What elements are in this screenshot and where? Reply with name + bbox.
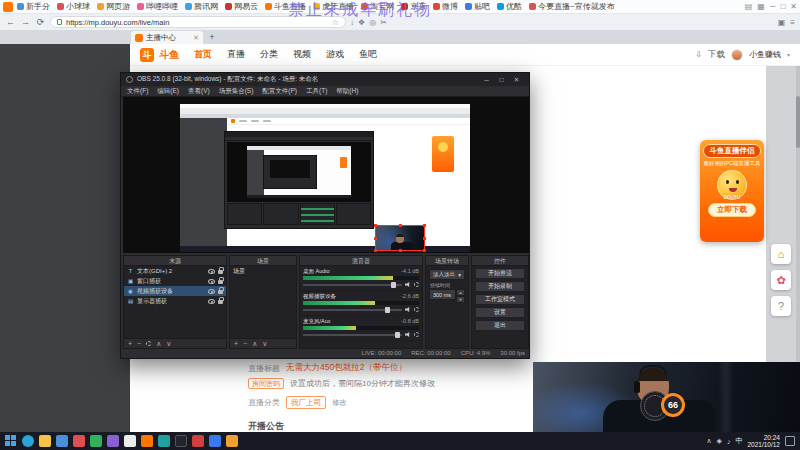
taskbar-app-icon[interactable] xyxy=(73,435,85,447)
obs-menu-edit[interactable]: 编辑(E) xyxy=(157,87,179,96)
user-menu-caret-icon[interactable] xyxy=(787,51,790,58)
username[interactable]: 小鱼赚钱 xyxy=(749,49,781,60)
channel-settings-icon[interactable] xyxy=(414,332,419,337)
new-tab-icon[interactable] xyxy=(205,31,219,44)
move-up-icon[interactable] xyxy=(156,340,161,348)
volume-slider[interactable] xyxy=(303,306,419,313)
nav-game[interactable]: 游戏 xyxy=(326,48,344,61)
taskbar-app-icon[interactable] xyxy=(124,435,136,447)
bookmark-item[interactable]: 哔哩哔哩 xyxy=(134,1,181,12)
speaker-icon[interactable] xyxy=(405,332,411,337)
live-title-value[interactable]: 无需大力450包就拉2（带午位） xyxy=(286,362,407,374)
remove-source-icon[interactable] xyxy=(137,340,141,347)
start-recording-button[interactable]: 开始录制 xyxy=(475,281,525,292)
slider-track[interactable] xyxy=(303,309,402,311)
close-window-icon[interactable] xyxy=(790,2,797,11)
extensions-icon[interactable] xyxy=(745,2,753,11)
selection-handle[interactable] xyxy=(374,224,377,227)
nav-home[interactable]: 首页 xyxy=(194,48,212,61)
taskbar-folder-icon[interactable] xyxy=(39,435,51,447)
bookmark-item[interactable]: 优酷 xyxy=(494,1,525,12)
selected-webcam-source[interactable] xyxy=(375,225,425,251)
lock-icon[interactable] xyxy=(218,270,223,274)
taskbar-app-icon[interactable] xyxy=(209,435,221,447)
channel-settings-icon[interactable] xyxy=(414,282,419,287)
move-down-icon[interactable] xyxy=(166,340,171,348)
douyu-companion-ad[interactable]: 斗鱼直播伴侣 最好用的PC端直播工具 DOUYU 立即下载 xyxy=(700,140,764,242)
visibility-icon[interactable] xyxy=(208,289,215,294)
volume-icon[interactable] xyxy=(727,438,731,445)
controls-dock-title[interactable]: 控件 xyxy=(472,256,528,266)
ad-download-button[interactable]: 立即下载 xyxy=(708,203,756,217)
duration-stepper[interactable]: 300 ms xyxy=(429,289,465,300)
source-row[interactable]: ▣ 窗口捕获 xyxy=(124,276,226,286)
add-source-icon[interactable] xyxy=(128,340,132,347)
increment-icon[interactable] xyxy=(456,289,465,296)
slider-track[interactable] xyxy=(303,284,402,286)
taskbar-app-icon[interactable] xyxy=(226,435,238,447)
selection-handle[interactable] xyxy=(399,224,402,227)
network-icon[interactable] xyxy=(717,437,722,445)
speaker-icon[interactable] xyxy=(405,282,411,287)
bookmark-item[interactable]: 网易云 xyxy=(222,1,261,12)
source-row[interactable]: ▤ 显示器捕获 xyxy=(124,296,226,306)
user-avatar[interactable] xyxy=(731,49,743,61)
obs-menu-tools[interactable]: 工具(T) xyxy=(306,87,327,96)
transitions-dock-title[interactable]: 场景转场 xyxy=(426,256,468,266)
scene-down-icon[interactable] xyxy=(262,340,267,348)
studio-mode-button[interactable]: 工作室模式 xyxy=(475,294,525,305)
float-help-widget[interactable] xyxy=(771,296,791,316)
remove-scene-icon[interactable] xyxy=(243,340,247,347)
selection-handle[interactable] xyxy=(374,249,377,252)
bookmark-item[interactable]: 微博 xyxy=(430,1,461,12)
scrollbar-thumb[interactable] xyxy=(796,96,800,148)
taskbar-browser-icon[interactable] xyxy=(56,435,68,447)
source-row-selected[interactable]: ◉ 视频捕获设备 xyxy=(124,286,226,296)
volume-slider[interactable] xyxy=(303,331,419,338)
taskbar-douyu-icon[interactable] xyxy=(141,435,153,447)
back-icon[interactable] xyxy=(5,17,16,27)
scene-up-icon[interactable] xyxy=(252,340,257,348)
taskbar-app-icon[interactable] xyxy=(90,435,102,447)
taskbar-app-icon[interactable] xyxy=(107,435,119,447)
download-label[interactable]: 下载 xyxy=(708,49,725,61)
volume-slider[interactable] xyxy=(303,281,419,288)
nav-category[interactable]: 分类 xyxy=(260,48,278,61)
obs-menu-scene-collection[interactable]: 场景集合(S) xyxy=(219,87,254,96)
bookmark-item[interactable]: 网页游 xyxy=(94,1,133,12)
notification-center-icon[interactable] xyxy=(785,436,795,446)
slider-track[interactable] xyxy=(303,334,402,336)
minimize-window-icon[interactable] xyxy=(770,2,776,11)
visibility-icon[interactable] xyxy=(208,299,215,304)
mixer-dock-title[interactable]: 混音器 xyxy=(300,256,422,266)
selection-handle[interactable] xyxy=(423,249,426,252)
lock-icon[interactable] xyxy=(218,300,223,304)
download-app-icon[interactable] xyxy=(695,50,702,59)
edit-category-link[interactable]: 修改 xyxy=(332,398,347,408)
forward-icon[interactable] xyxy=(20,17,31,27)
tray-expand-icon[interactable] xyxy=(706,437,711,445)
obs-menu-file[interactable]: 文件(F) xyxy=(127,87,148,96)
bookmark-item[interactable]: 小球球 xyxy=(54,1,93,12)
exit-button[interactable]: 退出 xyxy=(475,320,525,331)
obs-preview-canvas[interactable] xyxy=(123,97,529,253)
nav-video[interactable]: 视频 xyxy=(293,48,311,61)
menu-icon[interactable] xyxy=(790,18,795,27)
start-button-icon[interactable] xyxy=(5,435,17,447)
slider-knob[interactable] xyxy=(385,307,390,313)
selection-handle[interactable] xyxy=(399,249,402,252)
float-gift-widget[interactable] xyxy=(771,270,791,290)
category-chip[interactable]: 我厂上司 xyxy=(286,396,326,409)
source-row[interactable]: T 文本(GDI+) 2 xyxy=(124,266,226,276)
obs-titlebar[interactable]: OBS 25.0.8 (32-bit, windows) - 配置文件: 未命名… xyxy=(121,73,529,86)
obs-close-icon[interactable] xyxy=(509,76,524,84)
obs-maximize-icon[interactable] xyxy=(494,76,509,84)
slider-knob[interactable] xyxy=(395,332,400,338)
tab-anchor-center[interactable]: 主播中心 xyxy=(131,31,203,44)
maximize-window-icon[interactable] xyxy=(780,2,785,11)
settings-button[interactable]: 设置 xyxy=(475,307,525,318)
selection-handle[interactable] xyxy=(423,224,426,227)
tab-close-icon[interactable] xyxy=(193,34,199,42)
lock-icon[interactable] xyxy=(218,290,223,294)
obs-menu-view[interactable]: 查看(V) xyxy=(188,87,210,96)
